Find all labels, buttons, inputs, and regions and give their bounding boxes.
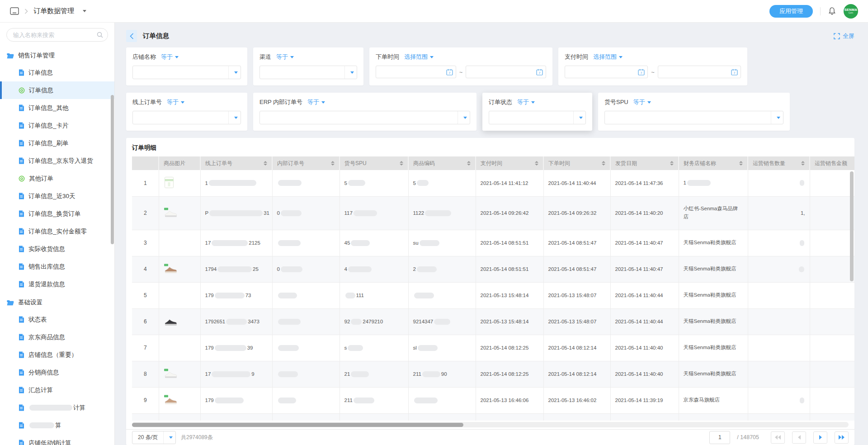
filter-op-dropdown[interactable]: 等于 <box>517 98 535 106</box>
table-horizontal-scrollbar[interactable] <box>132 423 463 427</box>
product-code-cell <box>408 413 476 421</box>
filter-select[interactable] <box>132 111 241 124</box>
folder-open-icon <box>7 300 14 306</box>
doc-icon <box>19 422 24 429</box>
app-manage-button[interactable]: 应用管理 <box>769 5 813 18</box>
page-input[interactable] <box>709 431 730 444</box>
sidebar-item[interactable]: 退货退款信息 <box>0 275 114 293</box>
order-time-cell: 2021-05-14 08:12:14 <box>543 361 610 387</box>
date-input-end[interactable]: 7 <box>466 66 546 78</box>
table-vertical-scrollbar[interactable] <box>850 171 854 281</box>
product-image <box>164 264 177 274</box>
notification-bell-icon[interactable] <box>828 7 836 15</box>
window-icon[interactable] <box>10 7 19 15</box>
filter-op-label: 等于 <box>517 98 529 106</box>
sidebar-group[interactable]: 销售订单管理 <box>0 46 114 64</box>
sidebar-scrollbar[interactable] <box>111 95 114 244</box>
filter-op-dropdown[interactable]: 等于 <box>167 98 184 106</box>
sidebar-item[interactable]: 订单信息_近30天 <box>0 187 114 205</box>
filter-op-dropdown[interactable]: 等于 <box>633 98 651 106</box>
date-input-end[interactable]: 7 <box>658 66 741 78</box>
sidebar-item[interactable]: 订单信息 <box>0 81 114 99</box>
filter-op-dropdown[interactable]: 等于 <box>307 98 325 106</box>
column-header[interactable]: 下单时间 <box>543 156 610 170</box>
filter-label: ERP 内部订单号 <box>259 98 302 106</box>
column-header[interactable]: 线上订单号 <box>200 156 272 170</box>
filter-select[interactable] <box>132 66 241 79</box>
online-order-no-cell: 17926513473 <box>200 308 272 335</box>
doc-icon <box>19 387 24 393</box>
sidebar-item[interactable]: 实际收货信息 <box>0 240 114 258</box>
column-header[interactable]: 内部订单号 <box>272 156 340 170</box>
chevron-down-icon <box>234 71 238 74</box>
title-dropdown-icon[interactable] <box>83 10 86 12</box>
fullscreen-button[interactable]: 全屏 <box>834 32 854 40</box>
prev-page-button[interactable] <box>792 431 806 444</box>
sidebar-item[interactable]: 算 <box>0 417 114 434</box>
date-input-start[interactable]: 7 <box>565 66 648 78</box>
sidebar-item[interactable]: 店铺低动销计算 <box>0 434 114 445</box>
column-header[interactable]: 运营销售金额 <box>810 156 854 170</box>
sidebar-item[interactable]: 订单信息 <box>0 64 114 81</box>
column-header[interactable]: 运营销售数量 <box>748 156 810 170</box>
filter-op-label: 等于 <box>276 53 288 61</box>
filter-select[interactable] <box>259 66 357 79</box>
spu-cell <box>340 413 408 421</box>
table-body: 11552021-05-14 11:41:122021-05-14 11:40:… <box>132 170 854 421</box>
app-title[interactable]: 订单数据管理 <box>33 7 74 15</box>
sidebar-item[interactable]: 京东商品信息 <box>0 328 114 346</box>
sales-qty-cell <box>748 387 810 413</box>
online-order-no-cell: P31 <box>200 196 272 230</box>
column-header[interactable]: 支付时间 <box>476 156 543 170</box>
table-title: 订单明细 <box>126 138 854 156</box>
main-content: 订单信息 全屏 店铺名称等于渠道等于下单时间选择范围7~7支付时间选择范围7~7… <box>115 23 868 445</box>
sidebar-item[interactable]: 订单信息_卡片 <box>0 117 114 134</box>
sort-icon <box>400 161 403 166</box>
filter-op-dropdown[interactable]: 等于 <box>161 53 179 61</box>
sidebar-item[interactable]: 订单信息_京东导入退货 <box>0 152 114 170</box>
sidebar-item[interactable]: 订单信息_实付金额零 <box>0 222 114 240</box>
select-caret <box>228 111 241 124</box>
sidebar-item[interactable]: 其他订单 <box>0 170 114 187</box>
sidebar-item[interactable]: 状态表 <box>0 311 114 328</box>
sidebar-item[interactable]: 订单信息_换货订单 <box>0 205 114 222</box>
internal-order-no-cell <box>272 361 340 387</box>
sidebar-item[interactable]: 订单信息_其他 <box>0 99 114 117</box>
sidebar-group[interactable]: 基础设置 <box>0 293 114 311</box>
first-page-button[interactable] <box>771 431 785 444</box>
pay-time-cell: 2021-05-13 16:46:06 <box>476 387 543 413</box>
back-button[interactable] <box>126 30 137 42</box>
column-header[interactable]: 货号SPU <box>340 156 408 170</box>
row-number: 4 <box>132 256 159 282</box>
sidebar-item[interactable]: 汇总计算 <box>0 381 114 399</box>
filter-select[interactable] <box>489 111 586 124</box>
last-page-button[interactable] <box>835 431 849 444</box>
filter-select[interactable] <box>604 111 783 124</box>
column-header[interactable]: 财务店铺名称 <box>679 156 748 170</box>
filter-op-dropdown[interactable]: 选择范围 <box>593 53 623 61</box>
user-avatar[interactable]: SENMA Com <box>844 4 858 19</box>
column-header[interactable]: 发货日期 <box>610 156 679 170</box>
chevron-down-icon <box>777 117 780 119</box>
app-window: 订单数据管理 应用管理 SENMA Com 销售订单管理订单信息订单信息订单信息… <box>0 0 868 445</box>
sidebar-item[interactable]: 店铺信息（重要） <box>0 346 114 364</box>
calendar-icon: 7 <box>446 69 453 76</box>
filter-select[interactable] <box>259 111 470 124</box>
sales-amount-cell <box>810 387 854 413</box>
next-page-button[interactable] <box>813 431 827 444</box>
filter-op-dropdown[interactable]: 等于 <box>276 53 294 61</box>
column-header-label: 财务店铺名称 <box>684 160 716 167</box>
page-size-select[interactable]: 20 条/页 <box>132 431 176 444</box>
sales-amount-cell <box>810 308 854 335</box>
sidebar-search-input[interactable] <box>6 28 108 42</box>
sidebar-item[interactable]: 计算 <box>0 399 114 417</box>
product-code-cell: 9214347 <box>408 308 476 335</box>
sidebar-item[interactable]: 销售出库信息 <box>0 258 114 275</box>
sidebar-item[interactable]: 订单信息_刷单 <box>0 134 114 152</box>
column-header[interactable]: 商品编码 <box>408 156 476 170</box>
filter-op-dropdown[interactable]: 选择范围 <box>404 53 434 61</box>
column-header-label: 运营销售金额 <box>815 160 847 167</box>
sidebar-item[interactable]: 分销商信息 <box>0 364 114 381</box>
date-input-start[interactable]: 7 <box>376 66 456 78</box>
product-code-cell: su <box>408 230 476 256</box>
